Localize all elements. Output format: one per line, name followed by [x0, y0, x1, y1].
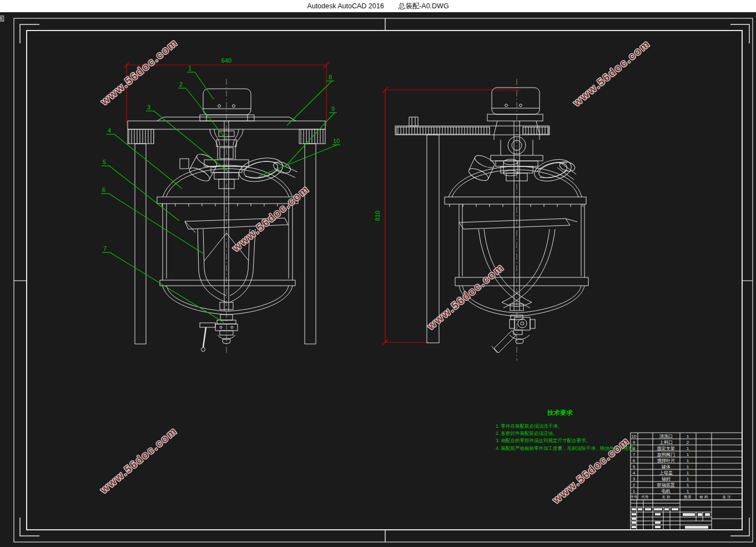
bom-row-name: 电机 [662, 489, 671, 494]
callout-9: 9 [331, 105, 335, 112]
bom-row-qty: 1 [687, 452, 689, 457]
bom-row-no: 1 [633, 489, 636, 494]
drain-valve-side [492, 315, 535, 353]
callout-2: 2 [179, 81, 183, 88]
bom-row-name: 清洗口 [659, 434, 673, 439]
bom-row-name: 固定支架 [657, 446, 675, 451]
bom-row-no: 8 [633, 446, 636, 451]
bom-header-material: 材 料 [699, 495, 708, 499]
callout-5: 5 [103, 159, 106, 165]
tech-requirements-title: 技术要求 [547, 409, 573, 416]
bom-row-qty: 1 [687, 434, 689, 439]
dim-640-label: 640 [221, 57, 231, 64]
callout-10: 10 [333, 138, 340, 144]
bom-row-no: 6 [633, 458, 636, 463]
bom-row-qty: 1 [687, 477, 689, 482]
bom-row-qty: 1 [687, 464, 689, 469]
nozzles-front [180, 151, 298, 185]
bom-row-qty: 2 [687, 440, 689, 445]
bom-row-no: 4 [633, 470, 636, 475]
tech-requirement-1: 1. 零件在装配前必须清洗干净。 [496, 423, 562, 429]
callout-6: 6 [102, 186, 105, 193]
bom-row-no: 2 [633, 483, 636, 488]
tech-requirement-2: 2. 各密封件装配前必须浸油。 [496, 430, 557, 436]
bom-row-qty: 1 [687, 458, 689, 463]
bom-row-name: 罐体 [661, 464, 671, 469]
bom-row-name: 放料阀门 [657, 452, 675, 457]
drain-valve-front [200, 315, 238, 352]
bom-table: 10 清洗口 1 9 上料口 2 8 固定支架 1 7 放料阀门 1 6 搅拌叶… [631, 433, 743, 500]
autocad-window: Autodesk AutoCAD 2016 总装配-A0.DWG 国 [0, 0, 756, 547]
bom-row-qty: 1 [687, 470, 689, 475]
callout-3: 3 [147, 104, 150, 110]
agitator-side [459, 219, 577, 311]
side-view [395, 79, 588, 361]
bom-row-name: 联轴装置 [657, 483, 675, 488]
drawing-canvas: 640 810 [0, 0, 756, 547]
callout-4: 4 [108, 127, 111, 134]
dim-810-label: 810 [374, 211, 381, 221]
agitator-front [185, 218, 288, 310]
bom-header-notes: 备 注 [723, 495, 731, 499]
callout-1: 1 [188, 65, 191, 72]
motor-side [487, 88, 543, 121]
bom-row-name: 上端盖 [659, 470, 673, 475]
bom-row-qty: 1 [687, 483, 689, 488]
nozzles-side [467, 153, 576, 185]
front-view [128, 79, 325, 355]
callout-8: 8 [329, 74, 332, 80]
title-block [631, 500, 742, 530]
bom-header-code: 代号 [641, 495, 649, 499]
platform-side [395, 117, 550, 343]
bom-row-no: 5 [633, 464, 636, 469]
bom-row-qty: 1 [687, 446, 689, 451]
bom-row-name: 搅拌叶片 [657, 458, 675, 463]
bom-row-no: 3 [633, 477, 636, 482]
callout-7: 7 [103, 245, 107, 252]
bom-row-name: 上料口 [659, 440, 673, 445]
bom-row-name: 轴封 [662, 477, 671, 482]
bom-header-no: 序号 [631, 495, 638, 499]
bom-header-name: 名 称 [662, 495, 671, 499]
bom-row-qty: 1 [687, 489, 689, 494]
tech-requirement-3: 3. 相配合的零部件须达到规定尺寸配合要求。 [496, 438, 591, 443]
bom-header-qty: 数量 [684, 495, 692, 499]
bom-row-no: 7 [633, 452, 636, 457]
tank-front [157, 165, 298, 315]
